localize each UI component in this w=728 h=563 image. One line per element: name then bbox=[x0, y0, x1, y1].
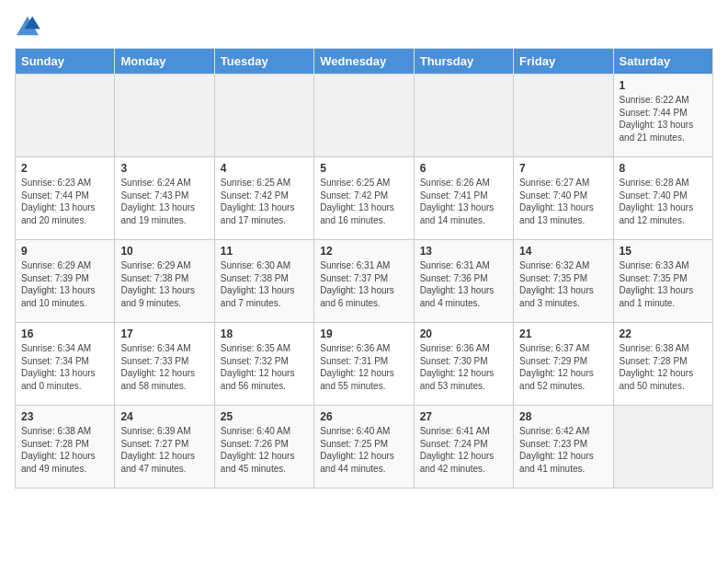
day-number: 25 bbox=[221, 410, 308, 423]
calendar-cell: 16Sunrise: 6:34 AM Sunset: 7:34 PM Dayli… bbox=[16, 323, 115, 406]
day-detail: Sunrise: 6:34 AM Sunset: 7:33 PM Dayligh… bbox=[120, 342, 208, 392]
calendar-cell: 15Sunrise: 6:33 AM Sunset: 7:35 PM Dayli… bbox=[613, 240, 712, 323]
calendar-cell: 18Sunrise: 6:35 AM Sunset: 7:32 PM Dayli… bbox=[214, 323, 313, 406]
calendar-cell: 1Sunrise: 6:22 AM Sunset: 7:44 PM Daylig… bbox=[613, 75, 712, 157]
day-detail: Sunrise: 6:37 AM Sunset: 7:29 PM Dayligh… bbox=[519, 342, 607, 392]
day-detail: Sunrise: 6:24 AM Sunset: 7:43 PM Dayligh… bbox=[120, 177, 208, 226]
calendar-cell bbox=[514, 75, 613, 157]
day-number: 19 bbox=[320, 327, 407, 340]
day-detail: Sunrise: 6:29 AM Sunset: 7:38 PM Dayligh… bbox=[120, 259, 208, 309]
day-detail: Sunrise: 6:39 AM Sunset: 7:27 PM Dayligh… bbox=[120, 425, 208, 475]
day-number: 7 bbox=[519, 162, 607, 175]
calendar-week-row: 2Sunrise: 6:23 AM Sunset: 7:44 PM Daylig… bbox=[16, 157, 713, 240]
day-detail: Sunrise: 6:31 AM Sunset: 7:36 PM Dayligh… bbox=[420, 259, 507, 309]
calendar-cell: 8Sunrise: 6:28 AM Sunset: 7:40 PM Daylig… bbox=[613, 157, 712, 240]
weekday-header-friday: Friday bbox=[514, 49, 613, 75]
calendar-cell: 22Sunrise: 6:38 AM Sunset: 7:28 PM Dayli… bbox=[613, 323, 712, 406]
day-number: 26 bbox=[320, 410, 407, 423]
calendar-cell: 4Sunrise: 6:25 AM Sunset: 7:42 PM Daylig… bbox=[214, 157, 313, 240]
day-number: 16 bbox=[21, 327, 108, 340]
day-number: 5 bbox=[320, 162, 407, 175]
day-number: 27 bbox=[420, 410, 507, 423]
day-detail: Sunrise: 6:36 AM Sunset: 7:30 PM Dayligh… bbox=[420, 342, 507, 392]
day-number: 10 bbox=[120, 245, 208, 258]
day-number: 8 bbox=[620, 162, 707, 175]
day-detail: Sunrise: 6:32 AM Sunset: 7:35 PM Dayligh… bbox=[519, 259, 607, 309]
day-detail: Sunrise: 6:35 AM Sunset: 7:32 PM Dayligh… bbox=[221, 342, 308, 392]
calendar-cell: 6Sunrise: 6:26 AM Sunset: 7:41 PM Daylig… bbox=[414, 157, 513, 240]
calendar-cell bbox=[214, 75, 313, 157]
calendar-week-row: 16Sunrise: 6:34 AM Sunset: 7:34 PM Dayli… bbox=[16, 323, 713, 406]
calendar-cell: 13Sunrise: 6:31 AM Sunset: 7:36 PM Dayli… bbox=[414, 240, 513, 323]
calendar-header-row: SundayMondayTuesdayWednesdayThursdayFrid… bbox=[16, 49, 713, 75]
day-number: 14 bbox=[519, 245, 607, 258]
day-detail: Sunrise: 6:36 AM Sunset: 7:31 PM Dayligh… bbox=[320, 342, 407, 392]
day-number: 13 bbox=[420, 245, 507, 258]
day-number: 1 bbox=[620, 79, 707, 92]
calendar-cell bbox=[414, 75, 513, 157]
day-detail: Sunrise: 6:31 AM Sunset: 7:37 PM Dayligh… bbox=[320, 259, 407, 309]
calendar-cell bbox=[16, 75, 115, 157]
day-number: 2 bbox=[21, 162, 108, 175]
weekday-header-thursday: Thursday bbox=[414, 49, 513, 75]
weekday-header-wednesday: Wednesday bbox=[314, 49, 414, 75]
calendar-cell: 20Sunrise: 6:36 AM Sunset: 7:30 PM Dayli… bbox=[414, 323, 513, 406]
calendar-cell: 5Sunrise: 6:25 AM Sunset: 7:42 PM Daylig… bbox=[314, 157, 414, 240]
calendar-cell: 23Sunrise: 6:38 AM Sunset: 7:28 PM Dayli… bbox=[16, 406, 115, 488]
calendar-cell: 7Sunrise: 6:27 AM Sunset: 7:40 PM Daylig… bbox=[514, 157, 613, 240]
day-number: 18 bbox=[221, 327, 308, 340]
calendar-cell: 17Sunrise: 6:34 AM Sunset: 7:33 PM Dayli… bbox=[115, 323, 214, 406]
calendar-cell: 10Sunrise: 6:29 AM Sunset: 7:38 PM Dayli… bbox=[115, 240, 214, 323]
logo-icon bbox=[15, 15, 40, 37]
calendar-week-row: 9Sunrise: 6:29 AM Sunset: 7:39 PM Daylig… bbox=[16, 240, 713, 323]
logo bbox=[15, 15, 44, 37]
calendar-cell bbox=[613, 406, 712, 488]
calendar-cell: 12Sunrise: 6:31 AM Sunset: 7:37 PM Dayli… bbox=[314, 240, 414, 323]
calendar-cell: 27Sunrise: 6:41 AM Sunset: 7:24 PM Dayli… bbox=[414, 406, 513, 488]
calendar-cell: 19Sunrise: 6:36 AM Sunset: 7:31 PM Dayli… bbox=[314, 323, 414, 406]
day-detail: Sunrise: 6:26 AM Sunset: 7:41 PM Dayligh… bbox=[420, 177, 507, 226]
calendar-cell bbox=[314, 75, 414, 157]
calendar-cell: 9Sunrise: 6:29 AM Sunset: 7:39 PM Daylig… bbox=[16, 240, 115, 323]
day-number: 6 bbox=[420, 162, 507, 175]
weekday-header-monday: Monday bbox=[115, 49, 214, 75]
day-detail: Sunrise: 6:29 AM Sunset: 7:39 PM Dayligh… bbox=[21, 259, 108, 309]
day-detail: Sunrise: 6:25 AM Sunset: 7:42 PM Dayligh… bbox=[221, 177, 308, 226]
day-detail: Sunrise: 6:38 AM Sunset: 7:28 PM Dayligh… bbox=[21, 425, 108, 475]
day-number: 15 bbox=[620, 245, 707, 258]
day-number: 4 bbox=[221, 162, 308, 175]
calendar-cell: 25Sunrise: 6:40 AM Sunset: 7:26 PM Dayli… bbox=[214, 406, 313, 488]
day-number: 24 bbox=[120, 410, 208, 423]
calendar-week-row: 23Sunrise: 6:38 AM Sunset: 7:28 PM Dayli… bbox=[16, 406, 713, 488]
weekday-header-tuesday: Tuesday bbox=[214, 49, 313, 75]
day-number: 22 bbox=[620, 327, 707, 340]
day-detail: Sunrise: 6:42 AM Sunset: 7:23 PM Dayligh… bbox=[519, 425, 607, 475]
calendar-cell bbox=[115, 75, 214, 157]
day-detail: Sunrise: 6:40 AM Sunset: 7:25 PM Dayligh… bbox=[320, 425, 407, 475]
day-number: 23 bbox=[21, 410, 108, 423]
day-detail: Sunrise: 6:22 AM Sunset: 7:44 PM Dayligh… bbox=[620, 94, 707, 144]
day-detail: Sunrise: 6:27 AM Sunset: 7:40 PM Dayligh… bbox=[519, 177, 607, 226]
calendar-cell: 11Sunrise: 6:30 AM Sunset: 7:38 PM Dayli… bbox=[214, 240, 313, 323]
day-number: 9 bbox=[21, 245, 108, 258]
day-detail: Sunrise: 6:40 AM Sunset: 7:26 PM Dayligh… bbox=[221, 425, 308, 475]
day-detail: Sunrise: 6:34 AM Sunset: 7:34 PM Dayligh… bbox=[21, 342, 108, 392]
calendar-week-row: 1Sunrise: 6:22 AM Sunset: 7:44 PM Daylig… bbox=[16, 75, 713, 157]
day-number: 21 bbox=[519, 327, 607, 340]
day-number: 20 bbox=[420, 327, 507, 340]
calendar-cell: 24Sunrise: 6:39 AM Sunset: 7:27 PM Dayli… bbox=[115, 406, 214, 488]
calendar-header bbox=[15, 15, 713, 37]
day-detail: Sunrise: 6:28 AM Sunset: 7:40 PM Dayligh… bbox=[620, 177, 707, 226]
calendar-cell: 3Sunrise: 6:24 AM Sunset: 7:43 PM Daylig… bbox=[115, 157, 214, 240]
day-number: 17 bbox=[120, 327, 208, 340]
day-number: 3 bbox=[120, 162, 208, 175]
weekday-header-sunday: Sunday bbox=[16, 49, 115, 75]
day-detail: Sunrise: 6:30 AM Sunset: 7:38 PM Dayligh… bbox=[221, 259, 308, 309]
day-number: 11 bbox=[221, 245, 308, 258]
calendar-cell: 2Sunrise: 6:23 AM Sunset: 7:44 PM Daylig… bbox=[16, 157, 115, 240]
weekday-header-saturday: Saturday bbox=[613, 49, 712, 75]
calendar-cell: 14Sunrise: 6:32 AM Sunset: 7:35 PM Dayli… bbox=[514, 240, 613, 323]
day-detail: Sunrise: 6:23 AM Sunset: 7:44 PM Dayligh… bbox=[21, 177, 108, 226]
day-detail: Sunrise: 6:33 AM Sunset: 7:35 PM Dayligh… bbox=[620, 259, 707, 309]
calendar-cell: 28Sunrise: 6:42 AM Sunset: 7:23 PM Dayli… bbox=[514, 406, 613, 488]
